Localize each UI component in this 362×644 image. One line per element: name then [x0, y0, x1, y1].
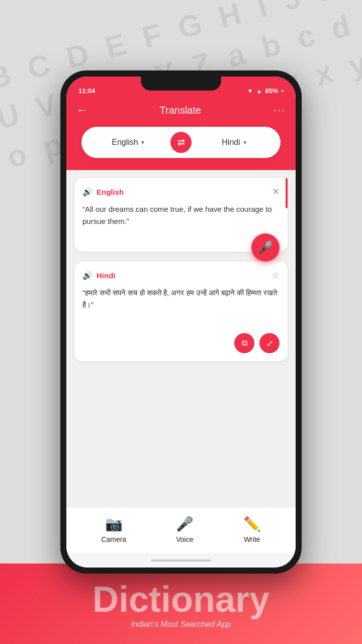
- menu-button[interactable]: ···: [274, 104, 286, 117]
- close-button[interactable]: ✕: [272, 186, 280, 197]
- source-text[interactable]: “All our dreams can come true, if we hav…: [82, 203, 280, 244]
- app-header: ← Translate ···: [66, 99, 296, 127]
- source-card-lang: 🔊 English: [82, 187, 124, 197]
- target-lang-name: Hindi: [97, 271, 116, 280]
- microphone-icon: 🎤: [258, 240, 273, 255]
- target-language-label: Hindi: [222, 138, 240, 147]
- bottom-branding: Dictionary Indian's Most Searched App: [0, 564, 362, 644]
- target-card-lang: 🔊 Hindi: [82, 271, 116, 280]
- target-card-header: 🔊 Hindi ☆: [82, 270, 280, 281]
- target-speaker-icon[interactable]: 🔊: [82, 271, 93, 280]
- microphone-fab-button[interactable]: 🎤: [251, 233, 280, 262]
- signal-icon: ▲: [256, 88, 262, 95]
- source-language-selector[interactable]: English ▾: [89, 138, 166, 147]
- language-selector: English ▾ ⇄ Hindi ▾: [66, 127, 296, 170]
- status-time: 11:04: [78, 87, 95, 95]
- source-lang-name: English: [97, 188, 124, 196]
- copy-button[interactable]: ⧉: [234, 333, 254, 353]
- source-card: 🔊 English ✕ “All our dreams can come tru…: [74, 178, 288, 252]
- target-card: 🔊 Hindi ☆ “हमारे सभी सपने सच हो सकते है,…: [74, 262, 288, 361]
- back-button[interactable]: ←: [76, 104, 87, 117]
- phone-screen: 11:04 ▼ ▲ 85% ▪ ← Translate ··· English …: [66, 76, 296, 568]
- source-card-header: 🔊 English ✕: [82, 186, 280, 197]
- write-label: Write: [244, 535, 260, 543]
- home-indicator: [66, 553, 296, 568]
- card-actions: ⧉ ⤢: [82, 333, 280, 353]
- status-right: ▼ ▲ 85% ▪: [247, 87, 284, 95]
- translate-icon: ⇄: [177, 137, 185, 148]
- camera-label: Camera: [101, 535, 126, 543]
- source-language-label: English: [112, 138, 138, 147]
- page-title: Translate: [160, 105, 202, 116]
- target-language-selector[interactable]: Hindi ▾: [196, 138, 273, 147]
- voice-icon: 🎤: [176, 516, 194, 532]
- target-lang-arrow: ▾: [243, 139, 246, 146]
- bottom-toolbar: 📷 Camera 🎤 Voice ✏️ Write: [66, 507, 296, 553]
- share-button[interactable]: ⤢: [259, 333, 280, 353]
- phone-frame: 11:04 ▼ ▲ 85% ▪ ← Translate ··· English …: [60, 70, 302, 574]
- share-icon: ⤢: [266, 339, 273, 348]
- favorite-button[interactable]: ☆: [272, 270, 280, 281]
- wifi-icon: ▼: [247, 88, 253, 95]
- source-lang-arrow: ▾: [141, 139, 144, 146]
- brand-subtitle: Indian's Most Searched App: [131, 620, 231, 629]
- phone-notch: [141, 76, 221, 91]
- write-icon: ✏️: [243, 516, 261, 532]
- write-toolbar-item[interactable]: ✏️ Write: [243, 516, 261, 543]
- voice-toolbar-item[interactable]: 🎤 Voice: [176, 516, 194, 543]
- source-speaker-icon[interactable]: 🔊: [82, 187, 93, 197]
- home-bar: [151, 559, 211, 561]
- battery-icon: ▪: [281, 87, 284, 95]
- scroll-accent: [286, 178, 288, 208]
- battery-text: 85%: [265, 87, 278, 95]
- swap-languages-button[interactable]: ⇄: [170, 132, 192, 153]
- main-content: 🔊 English ✕ “All our dreams can come tru…: [66, 170, 296, 507]
- camera-icon: 📷: [105, 516, 123, 532]
- lang-bar: English ▾ ⇄ Hindi ▾: [81, 127, 281, 158]
- target-text: “हमारे सभी सपने सच हो सकते है, अगर हम उन…: [82, 287, 280, 327]
- brand-title: Dictionary: [93, 579, 269, 620]
- voice-label: Voice: [176, 535, 193, 543]
- camera-toolbar-item[interactable]: 📷 Camera: [101, 516, 126, 543]
- copy-icon: ⧉: [242, 339, 247, 348]
